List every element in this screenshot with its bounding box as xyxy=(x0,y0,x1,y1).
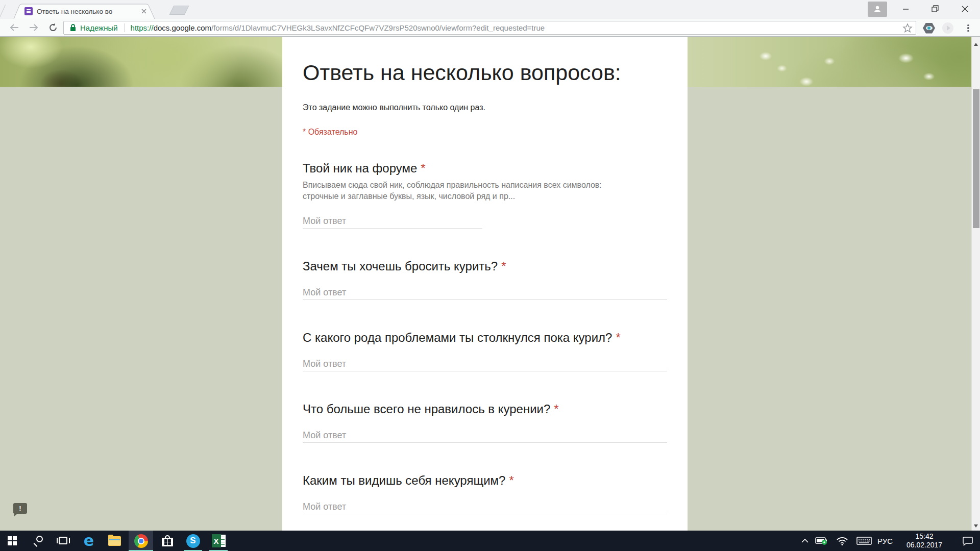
wifi-icon xyxy=(836,536,848,545)
start-button[interactable] xyxy=(0,531,24,551)
skype-button[interactable]: S xyxy=(181,531,205,551)
faded-circle-extension-icon[interactable] xyxy=(940,21,955,35)
answer-input[interactable] xyxy=(303,500,667,514)
answer-input[interactable] xyxy=(303,429,667,443)
battery-status[interactable] xyxy=(814,531,830,551)
skype-icon: S xyxy=(186,534,200,548)
required-asterisk: * xyxy=(501,259,506,273)
google-forms-icon xyxy=(24,7,33,15)
answer-input[interactable] xyxy=(303,286,667,300)
time-label: 15:42 xyxy=(896,532,953,541)
store-bag-icon xyxy=(162,535,173,546)
windows-logo-icon xyxy=(8,536,17,545)
url-text: https://docs.google.com/forms/d/1DlavmuC… xyxy=(131,23,545,32)
scrollbar[interactable] xyxy=(971,37,980,531)
close-button[interactable] xyxy=(953,0,976,17)
new-tab-button[interactable] xyxy=(169,6,189,15)
required-asterisk: * xyxy=(509,473,513,487)
required-asterisk: * xyxy=(554,402,558,416)
browser-titlebar: Ответь на несколько во xyxy=(0,0,980,19)
desktop-screen: Ответь на несколько во xyxy=(0,0,980,551)
tab-close-icon[interactable] xyxy=(140,7,148,15)
star-icon[interactable] xyxy=(902,23,913,35)
chevron-up-icon xyxy=(801,539,808,543)
form-card: Ответь на несколько вопросов: Это задани… xyxy=(282,37,688,531)
excel-icon: X xyxy=(212,534,226,547)
security-label: Надежный xyxy=(80,23,118,32)
answer-input[interactable] xyxy=(303,214,482,229)
question-block: С какого рода проблемами ты столкнулся п… xyxy=(303,331,667,371)
clock[interactable]: 15:42 06.02.2017 xyxy=(896,531,953,551)
touch-keyboard-button[interactable] xyxy=(854,531,874,551)
search-icon xyxy=(32,535,43,546)
browser-tab[interactable]: Ответь на несколько во xyxy=(13,4,155,19)
chrome-button[interactable] xyxy=(129,531,153,551)
profile-button[interactable] xyxy=(868,2,887,17)
restore-button[interactable] xyxy=(924,0,946,17)
minimize-button[interactable] xyxy=(894,0,917,17)
url-domain: docs.google.com xyxy=(154,23,211,32)
action-center-icon xyxy=(962,536,973,546)
task-view-button[interactable] xyxy=(51,531,76,551)
tab-title: Ответь на несколько во xyxy=(37,8,126,15)
taskbar-search-button[interactable] xyxy=(26,531,50,551)
question-title: Каким ты видишь себя некурящим?* xyxy=(303,473,667,488)
question-title: Твой ник на форуме* xyxy=(303,161,667,176)
question-title: С какого рода проблемами ты столкнулся п… xyxy=(303,331,667,345)
question-help-text: Вписываем сюда свой ник, соблюдая правил… xyxy=(303,180,614,202)
taskbar: e S X xyxy=(0,531,980,551)
touch-keyboard-icon xyxy=(856,536,872,545)
required-asterisk: * xyxy=(616,331,620,344)
folder-icon xyxy=(108,536,121,546)
task-view-icon xyxy=(57,537,70,545)
back-button[interactable] xyxy=(6,20,23,35)
url-scheme: https:// xyxy=(131,23,154,32)
language-indicator[interactable]: РУС xyxy=(875,531,895,551)
question-block: Что больше всего не нравилось в курении?… xyxy=(303,402,667,443)
tray-chevron-button[interactable] xyxy=(797,531,813,551)
scrollbar-thumb[interactable] xyxy=(973,89,979,228)
battery-icon xyxy=(815,536,828,545)
language-label: РУС xyxy=(877,537,893,545)
question-title: Что больше всего не нравилось в курении?… xyxy=(303,402,667,416)
edge-button[interactable]: e xyxy=(77,531,101,551)
address-bar[interactable]: Надежный https://docs.google.com/forms/d… xyxy=(63,21,916,35)
forward-button[interactable] xyxy=(25,20,42,35)
question-block: Твой ник на форуме* Вписываем сюда свой … xyxy=(303,161,667,229)
url-path: /forms/d/1DlavmuC7VHEGk3LSavxNfZCFcQFw7V… xyxy=(211,23,545,32)
lock-icon xyxy=(70,24,76,32)
required-asterisk: * xyxy=(421,161,425,175)
page-viewport: Ответь на несколько вопросов: Это задани… xyxy=(0,37,980,531)
question-title: Зачем ты хочешь бросить курить?* xyxy=(303,259,667,273)
person-icon xyxy=(873,5,882,14)
required-note: * Обязательно xyxy=(303,128,667,137)
question-block: Зачем ты хочешь бросить курить?* xyxy=(303,259,667,300)
window-edge-slant xyxy=(0,5,6,19)
scrollbar-down-arrow-icon[interactable] xyxy=(974,524,978,528)
answer-input[interactable] xyxy=(303,357,667,371)
three-dot-menu-icon[interactable] xyxy=(961,21,976,35)
chrome-icon xyxy=(134,534,148,548)
question-block: Каким ты видишь себя некурящим?* xyxy=(303,473,667,514)
browser-toolbar: Надежный https://docs.google.com/forms/d… xyxy=(0,19,980,37)
date-label: 06.02.2017 xyxy=(896,541,953,549)
action-center-button[interactable] xyxy=(959,531,977,551)
edge-icon: e xyxy=(84,533,94,548)
report-abuse-bubble-icon[interactable]: ! xyxy=(13,503,27,514)
scrollbar-up-arrow-icon[interactable] xyxy=(974,43,978,46)
excel-button[interactable]: X xyxy=(206,531,231,551)
eye-hexagon-extension-icon[interactable] xyxy=(921,21,937,35)
omnibox-separator xyxy=(124,23,125,32)
form-description: Это задание можно выполнить только один … xyxy=(303,103,667,112)
file-explorer-button[interactable] xyxy=(102,531,127,551)
network-status[interactable] xyxy=(834,531,850,551)
form-title: Ответь на несколько вопросов: xyxy=(303,60,667,85)
windows-store-button[interactable] xyxy=(155,531,180,551)
reload-button[interactable] xyxy=(44,20,62,35)
